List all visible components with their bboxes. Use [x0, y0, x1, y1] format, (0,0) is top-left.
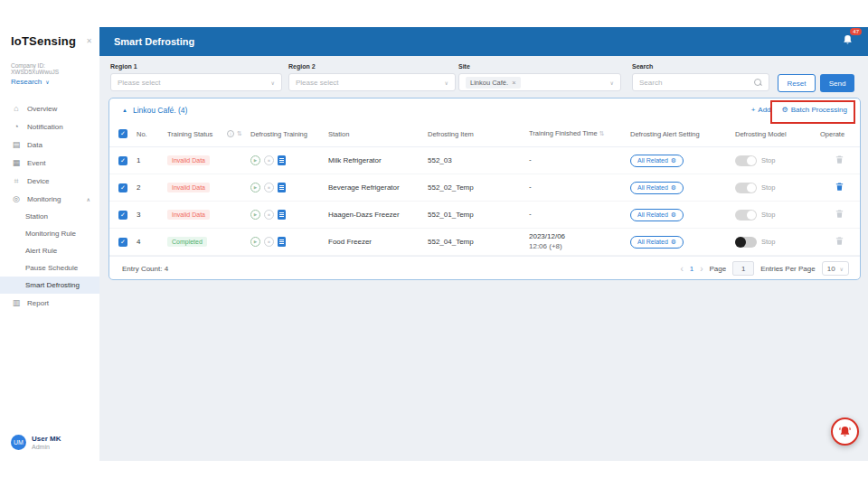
- sidebar-subitem-alert-rule[interactable]: Alert Rule: [0, 242, 99, 259]
- model-toggle[interactable]: [735, 155, 757, 166]
- delete-icon[interactable]: [835, 155, 844, 164]
- sidebar-item-label: Device: [27, 177, 49, 185]
- delete-icon[interactable]: [835, 182, 844, 192]
- alarm-fab-button[interactable]: [831, 418, 859, 446]
- sidebar-item-device[interactable]: ⌗ Device: [0, 172, 99, 190]
- training-actions: ▶ ■: [250, 155, 328, 165]
- select-all-checkbox[interactable]: ✓: [118, 129, 127, 138]
- item-cell: 552_02_Temp: [428, 183, 529, 192]
- chevron-down-icon: ∨: [445, 80, 448, 86]
- model-toggle[interactable]: [735, 183, 757, 193]
- sidebar-item-monitoring[interactable]: ◎ Monitoring ∧: [0, 190, 99, 208]
- alarm-icon: [838, 425, 852, 438]
- prev-page-icon[interactable]: ‹: [680, 264, 683, 274]
- play-icon[interactable]: ▶: [250, 210, 260, 220]
- info-icon[interactable]: i: [227, 130, 234, 137]
- sidebar-item-report[interactable]: ▥ Report: [0, 294, 99, 312]
- col-defrosting-alert-setting: Defrosting Alert Setting: [630, 130, 735, 138]
- stop-icon[interactable]: ■: [264, 237, 274, 247]
- all-related-button[interactable]: All Related ⚙: [630, 182, 684, 194]
- item-cell: 552_03: [428, 156, 529, 164]
- training-status-header-icons: i ⇅: [227, 130, 250, 137]
- group-actions: + Add ⚙ Batch Processing: [751, 106, 847, 114]
- all-related-button[interactable]: All Related ⚙: [630, 236, 684, 249]
- all-related-button[interactable]: All Related ⚙: [630, 209, 684, 221]
- entries-per-page-label: Entries Per Page: [760, 265, 815, 273]
- entries-per-page-select[interactable]: 10 ∨: [822, 261, 849, 276]
- row-checkbox[interactable]: ✓: [118, 183, 127, 192]
- search-input[interactable]: [639, 79, 754, 87]
- group-title[interactable]: ▲ Linkou Café. (4): [122, 106, 187, 115]
- search-box: [632, 73, 769, 91]
- row-checkbox[interactable]: ✓: [118, 211, 127, 220]
- workspace-selector[interactable]: Research ∨: [0, 75, 99, 89]
- sidebar-item-data[interactable]: ▤ Data: [0, 136, 99, 154]
- chevron-up-icon: ∧: [87, 196, 90, 202]
- sidebar-subitem-monitoring-rule[interactable]: Monitoring Rule: [0, 225, 99, 242]
- model-toggle[interactable]: [735, 237, 757, 248]
- row-checkbox[interactable]: ✓: [118, 238, 127, 247]
- stop-icon[interactable]: ■: [264, 155, 274, 165]
- training-report-icon[interactable]: [278, 155, 286, 165]
- model-cell: Stop: [735, 210, 820, 221]
- sort-icon[interactable]: ⇅: [237, 130, 242, 137]
- delete-icon[interactable]: [835, 209, 844, 219]
- sidebar-collapse-icon[interactable]: ✕: [86, 37, 92, 45]
- chevron-down-icon: ∨: [45, 79, 49, 85]
- site-select[interactable]: Linkou Café. × ∨: [458, 73, 621, 91]
- play-icon[interactable]: ▶: [250, 183, 260, 192]
- add-button[interactable]: + Add: [751, 106, 771, 114]
- subitem-label: Station: [25, 212, 48, 221]
- next-page-icon[interactable]: ›: [700, 264, 703, 274]
- user-name: User MK: [32, 435, 61, 444]
- sidebar-item-event[interactable]: ▦ Event: [0, 154, 99, 172]
- subitem-label: Pause Schedule: [25, 264, 78, 272]
- stop-icon[interactable]: ■: [264, 183, 274, 192]
- table-footer: Entry Count: 4 ‹ 1 › Page 1 Entries Per …: [109, 256, 860, 280]
- item-cell: 552_04_Temp: [428, 238, 529, 246]
- region2-select[interactable]: Please select ∨: [288, 73, 456, 91]
- model-toggle[interactable]: [735, 210, 757, 221]
- batch-processing-button[interactable]: ⚙ Batch Processing: [782, 106, 847, 114]
- sort-icon[interactable]: ⇅: [599, 130, 605, 136]
- gear-icon: ⚙: [671, 239, 676, 246]
- training-report-icon[interactable]: [278, 237, 286, 247]
- data-icon: ▤: [12, 140, 21, 149]
- table-row: ✓ 3 Invalid Data ▶ ■ Haagen-Dazs Freezer…: [109, 202, 860, 229]
- station-cell: Milk Refrigerator: [328, 156, 428, 164]
- sidebar-subitem-smart-defrosting[interactable]: Smart Defrosting: [0, 277, 99, 294]
- chip-close-icon[interactable]: ×: [512, 79, 515, 87]
- stop-icon[interactable]: ■: [264, 210, 274, 220]
- page-number[interactable]: 1: [690, 265, 693, 273]
- notification-bell-button[interactable]: 47: [842, 33, 854, 50]
- all-related-label: All Related: [637, 157, 668, 164]
- sidebar-item-notification[interactable]: ◔ Notification: [0, 117, 99, 136]
- send-button[interactable]: Send: [820, 74, 854, 92]
- model-cell: Stop: [735, 237, 820, 248]
- user-block[interactable]: UM User MK Admin: [0, 435, 99, 450]
- delete-icon[interactable]: [835, 236, 844, 246]
- model-cell: Stop: [735, 155, 820, 166]
- sidebar-subitem-station[interactable]: Station: [0, 208, 99, 225]
- region1-placeholder: Please select: [118, 79, 161, 87]
- all-related-button[interactable]: All Related ⚙: [630, 155, 684, 167]
- region1-label: Region 1: [110, 63, 282, 70]
- page-input[interactable]: 1: [732, 261, 754, 276]
- model-label: Stop: [761, 156, 775, 164]
- row-checkbox[interactable]: ✓: [118, 156, 127, 165]
- reset-button[interactable]: Reset: [778, 74, 816, 92]
- main-content: Smart Defrosting 47 Region 1 Please sele…: [99, 27, 868, 461]
- entries-value: 10: [827, 265, 835, 273]
- finished-time-label: Training Finished Time: [529, 129, 598, 137]
- filter-search: Search: [632, 63, 769, 91]
- bell-icon: [842, 34, 854, 46]
- sidebar-item-overview[interactable]: ⌂ Overview: [0, 99, 99, 117]
- training-report-icon[interactable]: [278, 183, 286, 192]
- region1-select[interactable]: Please select ∨: [110, 73, 282, 91]
- training-report-icon[interactable]: [278, 210, 286, 220]
- play-icon[interactable]: ▶: [250, 237, 260, 247]
- play-icon[interactable]: ▶: [250, 155, 260, 165]
- caret-up-icon: ▲: [122, 108, 127, 113]
- sidebar-subitem-pause-schedule[interactable]: Pause Schedule: [0, 259, 99, 277]
- chevron-down-icon: ∨: [271, 80, 275, 86]
